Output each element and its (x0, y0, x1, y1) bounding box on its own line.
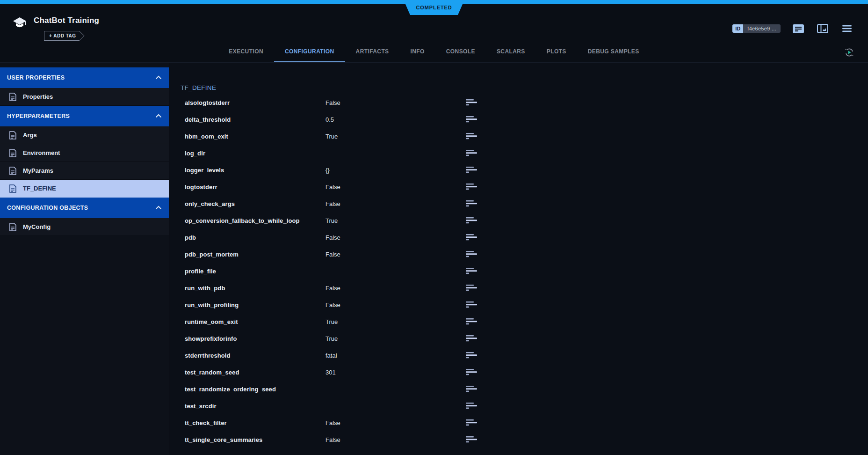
param-name: test_srcdir (185, 403, 326, 410)
param-row: test_randomize_ordering_seed (181, 381, 868, 397)
param-name: runtime_oom_exit (185, 318, 326, 325)
param-description-icon[interactable] (466, 183, 478, 190)
param-value: True (326, 335, 466, 342)
param-value: False (326, 419, 466, 426)
param-description-icon[interactable] (466, 268, 478, 274)
param-description-icon[interactable] (466, 217, 478, 224)
param-value: 301 (326, 369, 466, 376)
param-description-icon[interactable] (466, 352, 478, 359)
param-name: pdb (185, 234, 326, 241)
param-description-icon[interactable] (466, 403, 478, 409)
param-value: True (326, 318, 466, 325)
param-description-icon[interactable] (466, 116, 478, 123)
chevron-up-icon[interactable] (155, 74, 162, 81)
param-description-icon[interactable] (466, 386, 478, 392)
add-tag-label: + ADD TAG (44, 31, 84, 40)
param-description-icon[interactable] (466, 133, 478, 139)
tab-artifacts[interactable]: ARTIFACTS (345, 42, 400, 62)
sidebar-item-myparams[interactable]: MyParams (0, 162, 169, 180)
id-chip-value: f4e6e5e9 ... (743, 24, 781, 33)
param-name: test_random_seed (185, 369, 326, 376)
document-icon (9, 184, 16, 193)
sidebar-section-user-properties[interactable]: USER PROPERTIES (0, 67, 169, 88)
status-badge: COMPLETED (404, 0, 464, 15)
document-icon (9, 167, 16, 175)
tab-execution[interactable]: EXECUTION (218, 42, 274, 62)
document-icon (9, 149, 16, 157)
tab-scalars[interactable]: SCALARS (486, 42, 536, 62)
param-row: test_random_seed301 (181, 364, 868, 381)
param-description-icon[interactable] (466, 436, 478, 443)
sidebar-item-environment[interactable]: Environment (0, 144, 169, 162)
sidebar-item-label: Args (23, 132, 37, 139)
param-row: test_srcdir (181, 397, 868, 414)
param-description-icon[interactable] (466, 251, 478, 257)
tab-configuration[interactable]: CONFIGURATION (274, 42, 345, 62)
menu-icon[interactable] (841, 23, 853, 34)
param-value: False (326, 285, 466, 292)
param-description-icon[interactable] (466, 335, 478, 342)
add-tag-button[interactable]: + ADD TAG (44, 31, 85, 41)
param-value: False (326, 183, 466, 191)
document-icon (9, 223, 16, 231)
tab-debug-samples[interactable]: DEBUG SAMPLES (577, 42, 650, 62)
param-name: only_check_args (185, 200, 326, 207)
section-label: USER PROPERTIES (7, 74, 65, 81)
sidebar-item-label: Environment (23, 149, 60, 156)
param-description-icon[interactable] (466, 301, 478, 308)
param-description-icon[interactable] (466, 150, 478, 156)
param-name: pdb_post_mortem (185, 251, 326, 258)
chevron-up-icon[interactable] (155, 205, 162, 211)
param-name: tt_single_core_summaries (185, 436, 326, 443)
param-description-icon[interactable] (466, 318, 478, 325)
param-name: tt_check_filter (185, 419, 326, 426)
sidebar-item-label: MyParams (23, 167, 53, 174)
param-description-icon[interactable] (466, 419, 478, 426)
param-value: False (326, 301, 466, 308)
param-name: logger_levels (185, 167, 326, 174)
param-description-icon[interactable] (466, 234, 478, 241)
sidebar-item-properties[interactable]: Properties (0, 88, 169, 106)
param-row: only_check_argsFalse (181, 195, 868, 212)
param-name: profile_file (185, 268, 326, 275)
param-name: run_with_profiling (185, 301, 326, 308)
param-row: tt_check_filterFalse (181, 414, 868, 431)
tab-info[interactable]: INFO (400, 42, 435, 62)
document-icon (9, 131, 16, 139)
param-row: runtime_oom_exitTrue (181, 313, 868, 330)
experiment-cap-icon (13, 17, 27, 30)
param-value: {} (326, 167, 466, 174)
param-description-icon[interactable] (466, 99, 478, 106)
param-value: False (326, 99, 466, 106)
document-icon (9, 93, 16, 101)
chevron-up-icon[interactable] (155, 113, 162, 119)
param-row: pdb_post_mortemFalse (181, 246, 868, 263)
param-description-icon[interactable] (466, 285, 478, 291)
section-label: HYPERPARAMETERS (7, 113, 70, 119)
param-description-icon[interactable] (466, 200, 478, 207)
title-block: ChatBot Training + ADD TAG (34, 16, 99, 41)
status-badge-label: COMPLETED (416, 5, 452, 10)
param-description-icon[interactable] (466, 369, 478, 375)
comment-icon[interactable] (793, 23, 804, 34)
panels-icon[interactable] (817, 23, 828, 34)
param-name: hbm_oom_exit (185, 133, 326, 140)
sidebar-item-label: TF_DEFINE (23, 185, 56, 192)
section-label: CONFIGURATION OBJECTS (7, 205, 88, 211)
param-row: showprefixforinfoTrue (181, 330, 868, 347)
tab-console[interactable]: CONSOLE (435, 42, 486, 62)
auto-refresh-icon[interactable] (844, 47, 855, 58)
sidebar-section-configuration-objects[interactable]: CONFIGURATION OBJECTS (0, 198, 169, 218)
tab-plots[interactable]: PLOTS (536, 42, 577, 62)
param-row: logger_levels{} (181, 161, 868, 178)
sidebar-item-args[interactable]: Args (0, 126, 169, 144)
param-value: True (326, 133, 466, 140)
param-description-icon[interactable] (466, 167, 478, 173)
param-name: op_conversion_fallback_to_while_loop (185, 217, 326, 224)
param-row: run_with_pdbFalse (181, 279, 868, 296)
sidebar-item-myconfig[interactable]: MyConfig (0, 218, 169, 236)
sidebar-section-hyperparameters[interactable]: HYPERPARAMETERS (0, 106, 169, 126)
task-id-chip[interactable]: ID f4e6e5e9 ... (732, 24, 781, 33)
param-row: delta_threshold0.5 (181, 111, 868, 128)
sidebar-item-tf-define[interactable]: TF_DEFINE (0, 180, 169, 198)
